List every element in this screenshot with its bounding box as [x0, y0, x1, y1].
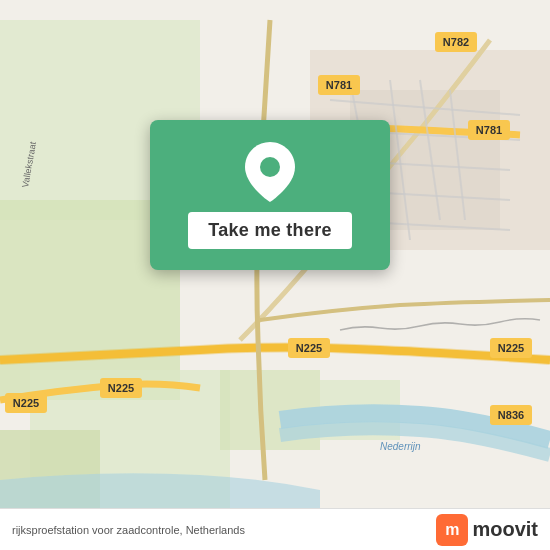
card-overlay[interactable]: Take me there — [150, 120, 390, 270]
attribution-text: rijksproefstation voor zaadcontrole, Net… — [12, 524, 245, 536]
moovit-logo: m moovit — [436, 514, 538, 546]
location-pin-icon — [245, 142, 295, 202]
svg-text:Nederrijn: Nederrijn — [380, 441, 421, 452]
moovit-m-icon: m — [436, 514, 468, 546]
svg-text:N225: N225 — [498, 342, 524, 354]
svg-text:N782: N782 — [443, 36, 469, 48]
attribution-bar: rijksproefstation voor zaadcontrole, Net… — [0, 508, 550, 550]
map-svg: N782 N781 N781 N225 N225 N225 N225 N836 … — [0, 0, 550, 550]
svg-text:N836: N836 — [498, 409, 524, 421]
svg-text:N225: N225 — [296, 342, 322, 354]
svg-text:N781: N781 — [476, 124, 502, 136]
svg-text:N225: N225 — [108, 382, 134, 394]
svg-text:N225: N225 — [13, 397, 39, 409]
take-me-there-button[interactable]: Take me there — [188, 212, 352, 249]
svg-point-36 — [260, 157, 280, 177]
map-container: N782 N781 N781 N225 N225 N225 N225 N836 … — [0, 0, 550, 550]
moovit-text: moovit — [472, 518, 538, 541]
svg-text:N781: N781 — [326, 79, 352, 91]
